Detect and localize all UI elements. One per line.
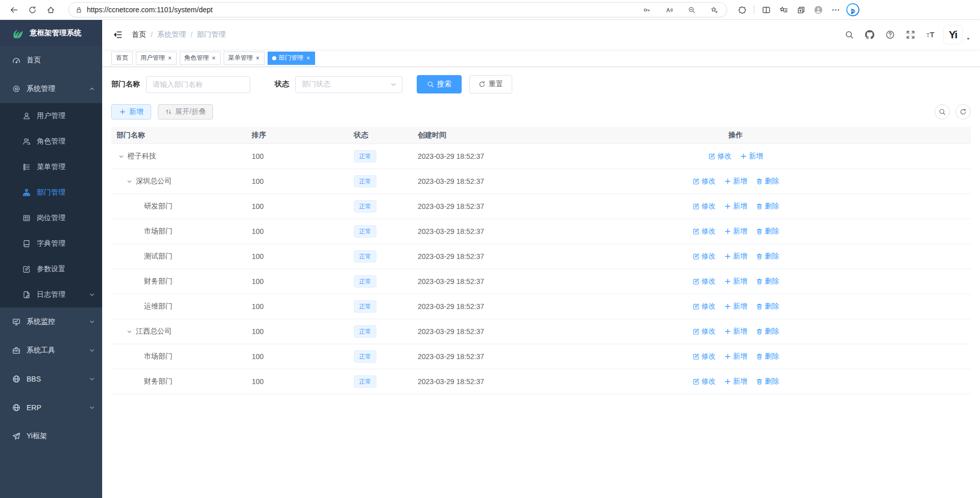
delete-link[interactable]: 删除: [756, 277, 779, 286]
delete-link[interactable]: 删除: [756, 327, 779, 336]
delete-link[interactable]: 删除: [756, 202, 779, 211]
status-cell: 正常: [349, 200, 413, 212]
close-icon[interactable]: ×: [306, 55, 310, 62]
reset-button[interactable]: 重置: [469, 75, 512, 93]
github-icon[interactable]: [863, 28, 877, 42]
close-icon[interactable]: ×: [255, 55, 260, 62]
fullscreen-icon[interactable]: [903, 28, 918, 42]
add-link[interactable]: 新增: [724, 252, 748, 261]
app-logo[interactable]: 意框架管理系统: [0, 20, 102, 46]
add-link[interactable]: 新增: [724, 227, 748, 236]
refresh-icon[interactable]: [25, 2, 40, 17]
status-cell: 正常: [349, 300, 413, 313]
collections-icon[interactable]: [793, 2, 808, 17]
expand-arrow-icon[interactable]: [116, 152, 126, 161]
home-icon[interactable]: [43, 2, 58, 17]
sidebar-toggle[interactable]: [111, 28, 125, 41]
status-select[interactable]: 部门状态: [295, 76, 402, 93]
tab-用户管理[interactable]: 用户管理×: [136, 52, 177, 65]
sidebar-item-岗位管理[interactable]: 岗位管理: [0, 205, 102, 231]
tab-角色管理[interactable]: 角色管理×: [180, 52, 221, 65]
add-link[interactable]: 新增: [724, 377, 748, 386]
zoom-out-icon[interactable]: [684, 2, 699, 17]
tab-菜单管理[interactable]: 菜单管理×: [224, 52, 265, 65]
edit-link[interactable]: 修改: [692, 177, 716, 186]
delete-link[interactable]: 删除: [756, 177, 779, 186]
extensions-icon: [738, 6, 747, 14]
edit-link[interactable]: 修改: [692, 327, 716, 336]
expand-collapse-button[interactable]: 展开/折叠: [158, 104, 213, 120]
sidebar-item-日志管理[interactable]: 日志管理: [0, 282, 102, 307]
close-icon[interactable]: ×: [168, 55, 172, 62]
edit-link[interactable]: 修改: [692, 252, 716, 261]
search-icon[interactable]: [842, 28, 856, 42]
sidebar-item-ERP[interactable]: ERP: [0, 393, 102, 422]
delete-link-label: 删除: [765, 302, 779, 311]
help-icon[interactable]: [883, 28, 897, 42]
address-bar[interactable]: https://ccnetcore.com:1101/system/dept: [68, 2, 727, 17]
back-icon[interactable]: [6, 2, 21, 17]
sidebar-item-用户管理[interactable]: 用户管理: [0, 103, 102, 129]
add-link[interactable]: 新增: [724, 202, 748, 211]
dept-name-input[interactable]: [146, 76, 250, 93]
breadcrumb-item[interactable]: 首页: [132, 30, 146, 39]
breadcrumb-item: 系统管理: [157, 30, 186, 39]
add-link[interactable]: 新增: [724, 327, 748, 336]
edit-link[interactable]: 修改: [692, 302, 716, 311]
add-link[interactable]: 新增: [724, 352, 748, 361]
close-icon[interactable]: ×: [211, 55, 216, 62]
search-icon[interactable]: [935, 104, 950, 120]
add-favorite-icon: [710, 6, 718, 14]
delete-link[interactable]: 删除: [756, 302, 779, 311]
avatar[interactable]: Yi: [943, 25, 963, 44]
add-button[interactable]: 新增: [111, 104, 151, 120]
add-link[interactable]: 新增: [724, 177, 748, 186]
profile-icon[interactable]: [810, 2, 826, 17]
font-size-icon[interactable]: TT: [924, 28, 938, 42]
key-icon[interactable]: [639, 2, 654, 17]
edit-link[interactable]: 修改: [692, 377, 716, 386]
delete-link[interactable]: 删除: [756, 352, 779, 361]
refresh-icon[interactable]: [955, 104, 971, 120]
more-icon[interactable]: [828, 2, 843, 17]
edit-link[interactable]: 修改: [692, 352, 716, 361]
delete-link[interactable]: 删除: [756, 377, 779, 386]
add-favorite-icon[interactable]: [706, 2, 722, 17]
sidebar-item-首页[interactable]: 首页: [0, 46, 102, 75]
add-link[interactable]: 新增: [740, 152, 763, 161]
edit-link[interactable]: 修改: [692, 227, 716, 236]
sidebar-item-字典管理[interactable]: 字典管理: [0, 231, 102, 256]
user-menu[interactable]: Yi: [943, 25, 971, 44]
tab-label: 角色管理: [184, 54, 209, 62]
sidebar-item-系统管理[interactable]: 系统管理: [0, 75, 102, 103]
read-aloud-icon[interactable]: [661, 2, 677, 17]
dept-name: 市场部门: [144, 352, 173, 361]
favorites-icon[interactable]: [776, 2, 791, 17]
delete-link[interactable]: 删除: [756, 252, 779, 261]
tab-首页[interactable]: 首页: [111, 52, 133, 65]
sidebar-item-BBS[interactable]: BBS: [0, 365, 102, 393]
sidebar-item-角色管理[interactable]: 角色管理: [0, 129, 102, 154]
expand-arrow-icon[interactable]: [125, 327, 134, 336]
sidebar-item-菜单管理[interactable]: 菜单管理: [0, 154, 102, 180]
edit-link[interactable]: 修改: [692, 202, 716, 211]
chevron-down-icon: [89, 347, 95, 353]
lock-icon[interactable]: [75, 6, 83, 14]
bing-icon[interactable]: [845, 2, 861, 17]
edit-link[interactable]: 修改: [708, 152, 732, 161]
search-button[interactable]: 搜索: [417, 75, 462, 93]
delete-link[interactable]: 删除: [756, 227, 779, 236]
sidebar-item-参数设置[interactable]: 参数设置: [0, 256, 102, 282]
add-link[interactable]: 新增: [724, 277, 748, 286]
add-link[interactable]: 新增: [724, 302, 748, 311]
sidebar-item-系统工具[interactable]: 系统工具: [0, 336, 102, 365]
sidebar-item-Yi框架[interactable]: Yi框架: [0, 422, 102, 450]
sidebar-item-系统监控[interactable]: 系统监控: [0, 307, 102, 336]
status-cell: 正常: [349, 175, 413, 187]
edit-link[interactable]: 修改: [692, 277, 716, 286]
extensions-icon[interactable]: [734, 2, 750, 17]
sidebar-item-部门管理[interactable]: 部门管理: [0, 180, 102, 205]
tab-部门管理[interactable]: 部门管理×: [268, 52, 315, 65]
split-screen-icon[interactable]: [758, 2, 774, 17]
expand-arrow-icon[interactable]: [125, 177, 134, 186]
